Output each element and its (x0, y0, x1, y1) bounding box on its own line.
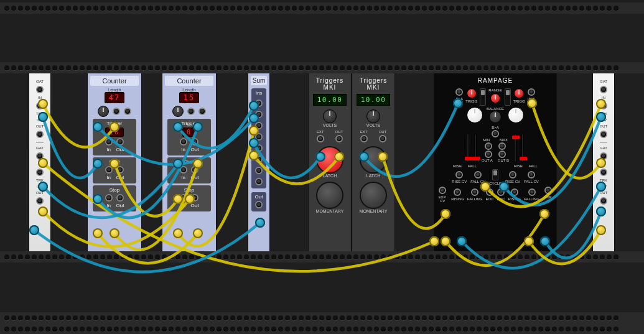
ramp-out-a-jack[interactable] (485, 151, 492, 158)
counter1-stop-label: Stop (110, 187, 119, 193)
counter1-length-jack-2[interactable] (124, 108, 131, 115)
sh1-gate-jack-1[interactable] (36, 86, 44, 93)
ramp-fall-a-slider[interactable] (474, 134, 477, 162)
ramp-fall-b-slider[interactable] (521, 134, 524, 162)
trig2-out-jack[interactable] (379, 135, 386, 142)
counter1-length-knob[interactable] (98, 106, 109, 117)
ramp-cycle-switch[interactable] (492, 169, 498, 180)
sum-in-jack-5[interactable] (255, 144, 263, 152)
counter2-start-out-jack[interactable] (191, 166, 198, 174)
ramp-shape-a-knob[interactable] (467, 107, 483, 123)
sh1-in-jack-2[interactable] (36, 169, 44, 176)
trig1-ext-jack[interactable] (317, 135, 324, 142)
sh2-out-jack-1[interactable] (600, 131, 607, 138)
trig1-out-jack[interactable] (335, 135, 343, 142)
sh1-gat2: GAT (36, 146, 44, 150)
sum-out-jack[interactable] (255, 201, 263, 208)
r-fb: FALLING (524, 197, 539, 201)
sh1-in-label: IN (38, 96, 42, 100)
sh1-gate-jack-2[interactable] (36, 152, 44, 160)
sh2-in-jack-2[interactable] (600, 169, 607, 176)
counter1-trig-in-jack[interactable] (105, 138, 113, 146)
trig2-ext-jack[interactable] (360, 135, 368, 142)
sum-in-jack-6[interactable] (255, 155, 263, 163)
counter2-length-knob[interactable] (172, 106, 184, 117)
ramp-fall-a-lbl: FALL (468, 164, 477, 168)
sh2-i1: IN (602, 96, 605, 100)
counter2-length-jack-2[interactable] (198, 108, 206, 115)
ramp-trigg-a-knob[interactable] (467, 88, 477, 98)
sh2-v2: INV (600, 185, 607, 188)
trig2-volts-knob[interactable] (366, 109, 380, 123)
counter2-trig-out-jack[interactable] (191, 138, 198, 146)
ramp-bga-jack[interactable] (492, 130, 499, 137)
ramp-out-b-jack[interactable] (498, 151, 506, 158)
trig2-latch-button[interactable] (360, 146, 387, 174)
ramp-title: RAMPAGE (437, 76, 554, 85)
ramp-rising-a-jack[interactable] (454, 188, 461, 196)
counter1-stop-in-jack[interactable] (105, 194, 113, 202)
ramp-fall-cv-a-jack[interactable] (474, 171, 482, 179)
counter1-start-out-jack[interactable] (116, 166, 124, 174)
sh2-in-jack-1[interactable] (600, 102, 607, 109)
ramp-range-knob[interactable] (490, 93, 500, 103)
sh1-inv2: INV (37, 185, 43, 188)
sum-in-jack-2[interactable] (255, 111, 263, 118)
c1-s-in: In (106, 175, 111, 180)
trig1-out-lbl: OUT (335, 130, 343, 134)
sh1-out-jack-1[interactable] (36, 131, 44, 138)
ramp-falling-b-jack[interactable] (528, 188, 536, 196)
ramp-range-lbl: RANGE (488, 88, 502, 92)
sh1-divider (36, 142, 43, 142)
ramp-range-switch-b[interactable] (505, 88, 511, 106)
counter1-start-label: Start (110, 159, 120, 165)
ramp-trigg-b-knob[interactable] (514, 88, 524, 98)
sum-in-jack-4[interactable] (255, 133, 263, 141)
trig1-momentary-button[interactable] (316, 182, 343, 209)
sum-in-jack-1[interactable] (255, 100, 263, 107)
counter2-trig-in-jack[interactable] (180, 138, 187, 146)
counter1-start-in-jack[interactable] (105, 166, 113, 174)
ramp-rise-a-slider[interactable] (467, 134, 469, 162)
ramp-balance-knob[interactable] (489, 111, 502, 123)
ramp-rise-cv-b-jack[interactable] (509, 171, 516, 179)
trig2-momentary-button[interactable] (360, 182, 387, 209)
counter2-length-label: Length (182, 88, 195, 92)
ramp-falling-a-jack[interactable] (471, 188, 478, 196)
ramp-range-switch-a[interactable] (480, 88, 486, 106)
sum-in-jack-8[interactable] (255, 178, 263, 185)
counter1-stop-out-jack[interactable] (116, 194, 124, 202)
counter1-length-jack-1[interactable] (113, 108, 120, 115)
counter2-stop-section: Stop In Out (167, 185, 211, 211)
trig1-volts-knob[interactable] (323, 109, 337, 123)
counter2-stop-in-jack[interactable] (180, 194, 187, 202)
ramp-fall-cv-b-jack[interactable] (528, 171, 535, 179)
ramp-exp-cv-a-jack[interactable] (439, 187, 446, 194)
ramp-min-jack[interactable] (485, 142, 492, 150)
ramp-max-jack[interactable] (498, 142, 506, 150)
trig1-latch-button[interactable] (316, 146, 343, 174)
counter2-stop-out-jack[interactable] (191, 194, 198, 202)
counter1-trigger-section: Trigger 16 In Out (93, 119, 136, 155)
counter1-trigger-label: Trigger (106, 121, 122, 126)
ramp-rising-b-jack[interactable] (511, 188, 518, 196)
ramp-eoc-a-jack[interactable] (486, 188, 493, 196)
ramp-shape-b-knob[interactable] (508, 107, 524, 123)
counter1-trig-out-jack[interactable] (116, 138, 124, 146)
ramp-exp-cv-b-jack[interactable] (544, 187, 552, 194)
sum-in-jack-7[interactable] (255, 167, 263, 174)
sh2-gate-jack-1[interactable] (600, 86, 607, 93)
ramp-in-a-jack[interactable] (455, 88, 463, 96)
counter2-length-jack-1[interactable] (187, 108, 195, 115)
ramp-in-b-jack[interactable] (528, 88, 535, 96)
sh1-out-jack-2[interactable] (36, 197, 44, 205)
ramp-rise-b-slider[interactable] (514, 134, 516, 162)
sh2-g2: GAT (600, 146, 607, 150)
sh1-in-jack-1[interactable] (36, 102, 44, 109)
sh2-gate-jack-2[interactable] (600, 152, 607, 160)
counter2-start-in-jack[interactable] (180, 166, 187, 174)
ramp-eoc-b-jack[interactable] (497, 188, 505, 196)
ramp-rise-cv-a-jack[interactable] (455, 171, 463, 179)
sum-in-jack-3[interactable] (255, 122, 263, 129)
sh2-out-jack-2[interactable] (600, 197, 607, 205)
